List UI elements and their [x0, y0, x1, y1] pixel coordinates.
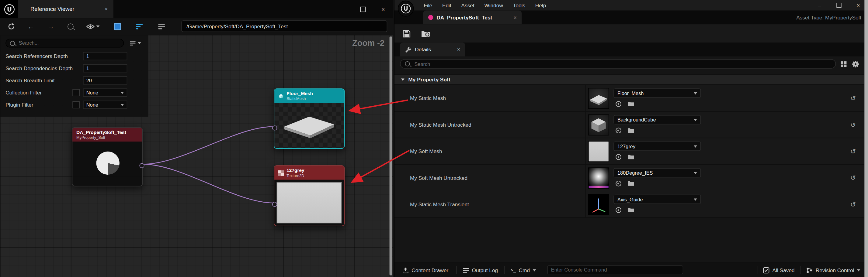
referencers-depth-input[interactable] — [83, 52, 127, 60]
use-selected-icon[interactable] — [615, 180, 622, 187]
browse-to-icon[interactable] — [627, 100, 635, 107]
node-127grey[interactable]: 127grey Texture2D — [274, 165, 345, 226]
close-icon[interactable]: × — [514, 14, 517, 20]
asset-select[interactable]: 127grey — [614, 142, 701, 151]
column-splitter[interactable] — [585, 192, 586, 217]
menu-window[interactable]: Window — [479, 2, 508, 8]
asset-select[interactable]: Axis_Guide — [614, 195, 701, 204]
maximize-button[interactable] — [829, 0, 849, 11]
collection-filter-checkbox[interactable] — [72, 89, 80, 96]
browse-to-icon[interactable] — [627, 206, 635, 213]
details-tab[interactable]: Details × — [400, 42, 465, 57]
browse-to-asset-button[interactable] — [421, 30, 430, 37]
reference-viewer-tab[interactable]: Reference Viewer × — [18, 0, 114, 18]
content-drawer-icon — [402, 267, 409, 273]
browse-to-icon[interactable] — [627, 127, 635, 134]
axis-guide-thumbnail — [589, 195, 608, 215]
reset-to-default-icon[interactable]: ↺ — [850, 174, 856, 182]
graph-scrollbar[interactable] — [390, 36, 392, 275]
referencers-depth-label: Search Referencers Depth — [5, 53, 68, 59]
settings-button[interactable] — [852, 61, 859, 68]
dependencies-depth-input[interactable] — [83, 64, 127, 72]
use-selected-icon[interactable] — [615, 206, 622, 213]
content-drawer-button[interactable]: Content Drawer — [402, 263, 448, 277]
plugin-filter-select[interactable]: None — [83, 101, 127, 109]
property-row-my-soft-mesh-untracked: My Soft Mesh Untracked 180Degree_IES — [395, 165, 868, 191]
forward-button[interactable]: → — [48, 23, 54, 30]
asset-select[interactable]: 180Degree_IES — [614, 168, 701, 177]
input-pin[interactable] — [272, 126, 277, 130]
reference-viewer-titlebar: Reference Viewer × – × — [0, 0, 393, 18]
menu-tools[interactable]: Tools — [508, 2, 530, 8]
category-my-property-soft[interactable]: My Property Soft — [395, 74, 868, 85]
refresh-button[interactable] — [8, 23, 15, 30]
collection-filter-select[interactable]: None — [83, 89, 127, 97]
output-log-button[interactable]: Output Log — [463, 263, 498, 277]
cmd-selector[interactable]: >_ Cmd — [510, 263, 536, 277]
plugin-filter-checkbox[interactable] — [72, 101, 80, 108]
show-duplicates-button[interactable] — [114, 23, 121, 30]
refresh-icon — [8, 23, 15, 30]
graph-search-box[interactable] — [5, 39, 124, 47]
asset-tab[interactable]: DA_PropertySoft_Test × — [423, 11, 522, 25]
reset-to-default-icon[interactable]: ↺ — [850, 94, 856, 102]
node-da-propertysoft-test[interactable]: DA_PropertySoft_Test MyProperty_Soft — [72, 127, 143, 186]
browse-to-icon[interactable] — [627, 153, 635, 160]
output-pin[interactable] — [139, 163, 144, 168]
breadth-limit-input[interactable] — [83, 76, 127, 84]
asset-thumbnail[interactable] — [588, 141, 609, 162]
reset-to-default-icon[interactable]: ↺ — [850, 121, 856, 129]
reference-graph[interactable]: Search Referencers Depth Search Dependen… — [0, 35, 393, 277]
close-button[interactable]: × — [373, 0, 393, 18]
save-status-button[interactable]: All Saved — [763, 263, 795, 277]
column-splitter[interactable] — [585, 85, 586, 111]
search-filter-button[interactable] — [130, 40, 141, 46]
asset-thumbnail[interactable] — [588, 194, 609, 215]
window-scrollbar[interactable] — [864, 0, 868, 277]
column-splitter[interactable] — [585, 112, 586, 138]
column-splitter[interactable] — [585, 138, 586, 164]
menu-asset[interactable]: Asset — [456, 2, 479, 8]
asset-select[interactable]: BackgroundCube — [614, 115, 701, 125]
minimize-button[interactable]: – — [810, 0, 829, 11]
browse-to-icon[interactable] — [627, 180, 635, 187]
find-in-graph-button[interactable] — [67, 23, 73, 30]
breadth-limit-row: Search Breadth Limit — [0, 76, 148, 86]
wire-to-floor-mesh — [143, 127, 273, 164]
console-command-input[interactable] — [547, 266, 683, 274]
asset-thumbnail[interactable] — [588, 88, 609, 109]
revision-control-button[interactable]: Revision Control — [806, 263, 860, 277]
column-splitter[interactable] — [585, 165, 586, 191]
close-icon[interactable]: × — [104, 6, 108, 12]
input-pin[interactable] — [272, 202, 277, 207]
asset-path-field[interactable]: /Game/Property/Soft/DA_PropertySoft_Test — [182, 20, 388, 32]
reset-to-default-icon[interactable]: ↺ — [850, 147, 856, 155]
chevron-down-icon — [121, 104, 124, 106]
details-search-box[interactable] — [400, 59, 836, 69]
back-button[interactable]: ← — [28, 23, 34, 30]
close-icon[interactable]: × — [457, 46, 461, 53]
menu-edit[interactable]: Edit — [437, 2, 457, 8]
ies-profile-thumbnail — [589, 168, 608, 188]
asset-select[interactable]: Floor_Mesh — [614, 89, 701, 98]
graph-search-input[interactable] — [18, 40, 120, 46]
asset-thumbnail[interactable] — [588, 168, 609, 188]
display-settings-button[interactable] — [840, 61, 847, 67]
maximize-button[interactable] — [352, 0, 373, 18]
menu-help[interactable]: Help — [530, 2, 551, 8]
edit-filters-button[interactable] — [158, 24, 165, 29]
use-selected-icon[interactable] — [615, 127, 622, 134]
filters-button[interactable] — [136, 24, 143, 29]
asset-toolbar — [395, 24, 868, 43]
details-search-input[interactable] — [413, 61, 831, 67]
minimize-button[interactable]: – — [332, 0, 352, 18]
use-selected-icon[interactable] — [615, 153, 622, 160]
reset-to-default-icon[interactable]: ↺ — [850, 201, 856, 208]
asset-thumbnail[interactable] — [588, 114, 609, 135]
node-floor-mesh[interactable]: Floor_Mesh StaticMesh — [274, 89, 345, 148]
use-selected-icon[interactable] — [615, 100, 622, 107]
details-search-row — [395, 57, 868, 72]
menu-file[interactable]: File — [419, 2, 437, 8]
visibility-button[interactable] — [86, 24, 100, 29]
save-button[interactable] — [402, 29, 411, 38]
